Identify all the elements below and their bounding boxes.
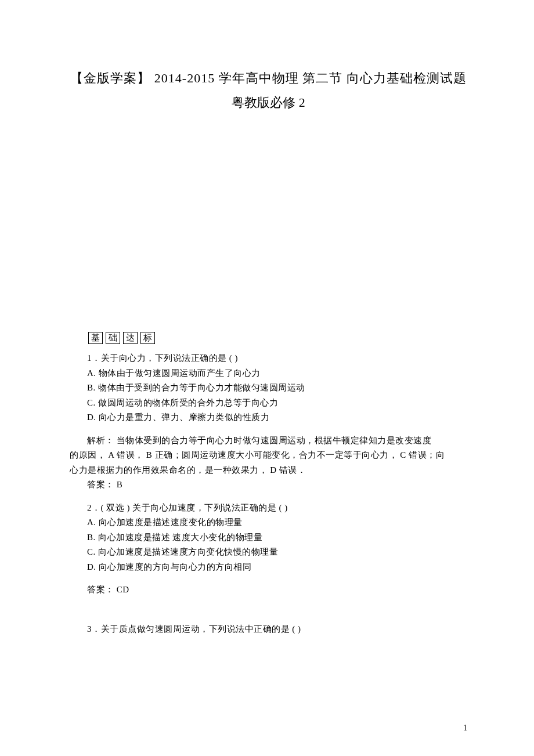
heading-char: 达 bbox=[123, 332, 138, 344]
q3-stem: 3．关于质点做匀速圆周运动，下列说法中正确的是 ( ) bbox=[70, 622, 467, 637]
q1-answer: 答案： B bbox=[70, 478, 467, 493]
q2-option-a: A. 向心加速度是描述速度变化的物理量 bbox=[70, 515, 467, 530]
heading-char: 础 bbox=[106, 332, 120, 344]
q1-option-b: B. 物体由于受到的合力等于向心力才能做匀速圆周运动 bbox=[70, 381, 467, 396]
q2-option-c: C. 向心加速度是描述速度方向变化快慢的物理量 bbox=[70, 545, 467, 560]
q1-analysis-line1: 解析： 当物体受到的合力等于向心力时做匀速圆周运动，根据牛顿定律知力是改变速度 bbox=[70, 433, 467, 448]
heading-char: 标 bbox=[140, 332, 155, 344]
q1-stem: 1．关于向心力，下列说法正确的是 ( ) bbox=[70, 351, 467, 366]
q1-option-d: D. 向心力是重力、弹力、摩擦力类似的性质力 bbox=[70, 410, 467, 425]
q2-answer: 答案： CD bbox=[70, 583, 467, 598]
q1-analysis-line2: 的原因， A 错误， B 正确；圆周运动速度大小可能变化，合力不一定等于向心力，… bbox=[70, 448, 467, 463]
page-number: 1 bbox=[463, 724, 467, 733]
q1-analysis-line3: 心力是根据力的作用效果命名的，是一种效果力， D 错误． bbox=[70, 463, 467, 478]
page-title: 【金版学案】 2014-2015 学年高中物理 第二节 向心力基础检测试题 bbox=[70, 70, 467, 87]
heading-char: 基 bbox=[88, 332, 103, 344]
q1-option-a: A. 物体由于做匀速圆周运动而产生了向心力 bbox=[70, 366, 467, 381]
q2-stem: 2．( 双选 ) 关于向心加速度，下列说法正确的是 ( ) bbox=[70, 501, 467, 516]
q2-option-b: B. 向心加速度是描述 速度大小变化的物理量 bbox=[70, 530, 467, 545]
page-subtitle: 粤教版必修 2 bbox=[70, 94, 467, 111]
q1-option-c: C. 做圆周运动的物体所受的合外力总等于向心力 bbox=[70, 396, 467, 411]
q2-option-d: D. 向心加速度的方向与向心力的方向相同 bbox=[70, 560, 467, 575]
section-heading: 基 础 达 标 bbox=[70, 332, 467, 344]
